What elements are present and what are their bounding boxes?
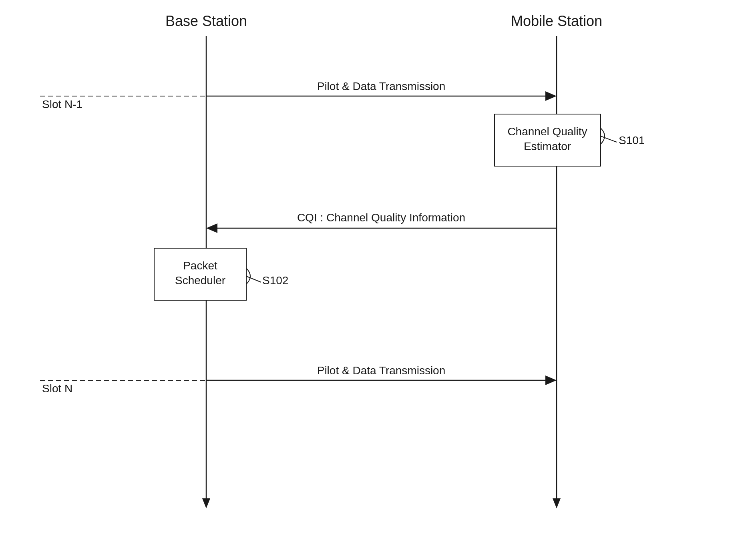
pilot-data-label1: Pilot & Data Transmission bbox=[317, 80, 446, 92]
packet-scheduler-label1: Packet bbox=[183, 259, 217, 272]
channel-quality-estimator-label1: Channel Quality bbox=[507, 125, 587, 138]
bs-lifeline-arrow bbox=[202, 498, 210, 508]
slot-n1-label: Slot N-1 bbox=[42, 98, 82, 110]
mobile-station-label: Mobile Station bbox=[511, 13, 602, 29]
packet-scheduler-label2: Scheduler bbox=[175, 274, 225, 287]
pilot-data-arrow1-head bbox=[545, 91, 557, 101]
cqi-arrow-head bbox=[206, 223, 217, 233]
pilot-data-arrow2-head bbox=[545, 375, 557, 385]
slot-n-label: Slot N bbox=[42, 382, 72, 395]
s102-label: S102 bbox=[262, 274, 288, 287]
pilot-data-label2: Pilot & Data Transmission bbox=[317, 364, 446, 377]
ms-lifeline-arrow bbox=[553, 498, 561, 508]
base-station-label: Base Station bbox=[165, 13, 247, 29]
channel-quality-estimator-label2: Estimator bbox=[524, 140, 571, 153]
cqi-label: CQI : Channel Quality Information bbox=[297, 211, 465, 224]
diagram-container: Base Station Mobile Station Slot N-1 Pil… bbox=[0, 0, 756, 542]
s101-label: S101 bbox=[619, 134, 645, 147]
